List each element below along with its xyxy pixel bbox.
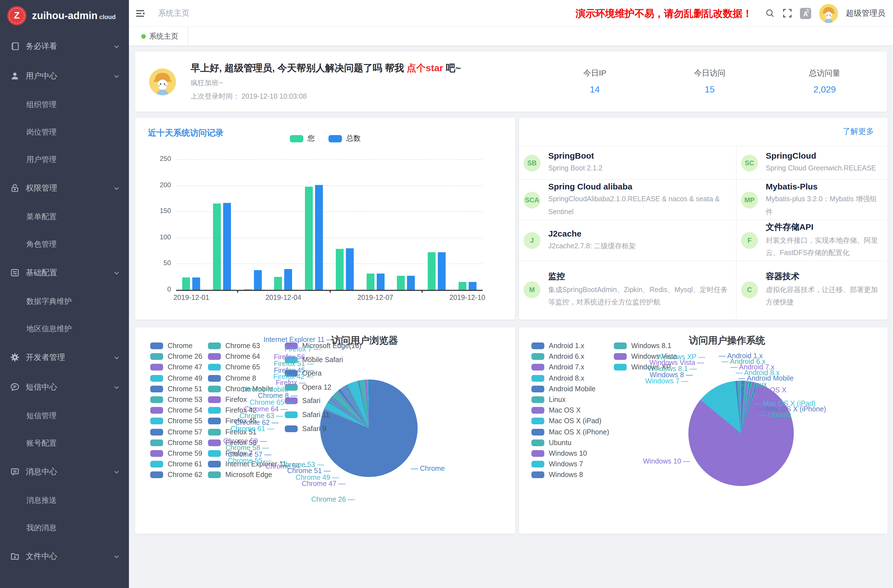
legend-item[interactable]: Chrome 54 bbox=[150, 406, 202, 414]
legend-swatch bbox=[531, 353, 544, 360]
legend-item[interactable]: Chrome 58 bbox=[150, 439, 202, 447]
sidebar-item-7[interactable]: 角色管理 bbox=[0, 230, 129, 258]
sidebar-item-2[interactable]: 组织管理 bbox=[0, 91, 129, 118]
legend-item[interactable]: Android Mobile bbox=[531, 385, 595, 393]
legend-item[interactable]: Windows 10 bbox=[531, 450, 587, 457]
legend-item[interactable]: Ubuntu bbox=[531, 439, 571, 447]
chevron-down-icon bbox=[113, 269, 120, 276]
sidebar-item-13[interactable]: 短信管理 bbox=[0, 402, 129, 429]
legend-swatch bbox=[208, 429, 221, 435]
legend-item[interactable]: Chrome 8 bbox=[208, 374, 256, 382]
legend-item[interactable]: Safari 11 bbox=[285, 411, 329, 419]
legend-item[interactable]: Android 7.x bbox=[531, 364, 584, 371]
sidebar-item-14[interactable]: 账号配置 bbox=[0, 429, 129, 457]
os-chart-title: 访问用户操作系统 bbox=[689, 334, 765, 347]
sidebar-item-9[interactable]: 数据字典维护 bbox=[0, 287, 129, 315]
legend-swatch bbox=[614, 364, 627, 371]
sidebar-item-0[interactable]: 务必详看 bbox=[0, 32, 129, 61]
sidebar-item-label: 菜单配置 bbox=[26, 212, 120, 222]
tech-avatar: MP bbox=[741, 191, 758, 208]
sidebar-item-6[interactable]: 菜单配置 bbox=[0, 203, 129, 230]
y-axis-label: 0 bbox=[146, 285, 171, 293]
legend-item[interactable]: Chrome 65 bbox=[208, 364, 260, 371]
legend-swatch bbox=[150, 439, 163, 446]
sidebar-item-label: 地区信息维护 bbox=[26, 324, 120, 334]
legend-item[interactable]: Chrome 47 bbox=[150, 364, 202, 371]
learn-more-link[interactable]: 了解更多 bbox=[843, 127, 874, 137]
bar bbox=[376, 274, 384, 290]
sms-icon bbox=[10, 382, 20, 392]
font-size-icon[interactable]: A文 bbox=[800, 8, 811, 19]
legend-item[interactable]: Android 1.x bbox=[531, 342, 584, 350]
legend-item[interactable]: Mac OS X (iPad) bbox=[531, 417, 601, 425]
legend-item[interactable]: Windows 7 bbox=[531, 460, 583, 468]
tech-avatar: J bbox=[523, 232, 540, 249]
legend-item[interactable]: Chrome 55 bbox=[150, 417, 202, 425]
avatar[interactable] bbox=[819, 4, 838, 23]
breadcrumb[interactable]: 系统主页 bbox=[158, 8, 189, 18]
tech-avatar: SCA bbox=[523, 191, 540, 208]
username[interactable]: 超级管理员 bbox=[846, 8, 885, 18]
sidebar-item-label: 开发者管理 bbox=[26, 352, 113, 362]
legend-swatch bbox=[531, 375, 544, 382]
legend-item[interactable]: Windows 8 bbox=[531, 471, 583, 479]
sidebar-item-12[interactable]: 短信中心 bbox=[0, 372, 129, 402]
legend-item[interactable]: Microsoft Edge bbox=[208, 471, 272, 479]
legend-item[interactable]: Chrome bbox=[150, 342, 192, 350]
legend-item[interactable]: Linux bbox=[531, 396, 565, 404]
sidebar-item-1[interactable]: 用户中心 bbox=[0, 61, 129, 91]
bar bbox=[336, 249, 344, 290]
x-axis-label: 2019-12-01 bbox=[158, 294, 225, 302]
legend-item[interactable]: Safari 9 bbox=[285, 425, 326, 432]
sidebar-item-10[interactable]: 地区信息维护 bbox=[0, 315, 129, 343]
sidebar-item-5[interactable]: 权限管理 bbox=[0, 173, 129, 203]
legend-item[interactable]: Chrome 62 bbox=[150, 471, 202, 479]
legend-item[interactable]: Chrome 26 bbox=[150, 353, 202, 361]
legend-swatch bbox=[150, 386, 163, 393]
sidebar-item-4[interactable]: 用户管理 bbox=[0, 146, 129, 173]
bar bbox=[284, 269, 292, 290]
tab-home[interactable]: 系统主页 bbox=[135, 27, 188, 45]
sidebar-item-label: 我的消息 bbox=[26, 523, 120, 533]
search-icon[interactable] bbox=[765, 8, 775, 18]
star-link[interactable]: 点个star bbox=[407, 63, 443, 74]
legend-swatch bbox=[208, 450, 221, 457]
legend-item[interactable]: Chrome 61 bbox=[150, 460, 202, 468]
legend-item[interactable]: Chrome 51 bbox=[150, 385, 202, 393]
tech-avatar: SC bbox=[741, 155, 758, 171]
sidebar-item-15[interactable]: 消息中心 bbox=[0, 457, 129, 487]
sidebar-item-16[interactable]: 消息推送 bbox=[0, 487, 129, 514]
legend-item[interactable]: Windows 8.1 bbox=[614, 342, 671, 350]
notebook-icon bbox=[10, 42, 20, 51]
sidebar-item-11[interactable]: 开发者管理 bbox=[0, 343, 129, 372]
sidebar-item-18[interactable]: 文件中心 bbox=[0, 541, 129, 571]
sidebar-item-3[interactable]: 岗位管理 bbox=[0, 118, 129, 146]
fullscreen-icon[interactable] bbox=[783, 8, 792, 18]
legend-item[interactable]: Android 6.x bbox=[531, 353, 584, 361]
legend-item[interactable]: 您 bbox=[290, 134, 315, 143]
legend-item[interactable]: Firefox bbox=[208, 396, 247, 404]
legend-item[interactable]: 总数 bbox=[328, 134, 361, 143]
legend-item[interactable]: Android 8.x bbox=[531, 374, 584, 382]
legend-swatch bbox=[531, 364, 544, 371]
tech-card-title: 容器技术 bbox=[766, 271, 881, 282]
legend-swatch bbox=[290, 135, 303, 142]
legend-item[interactable]: Chrome 57 bbox=[150, 428, 202, 436]
sliders-icon bbox=[10, 268, 20, 277]
legend-item[interactable]: Chrome 49 bbox=[150, 374, 202, 382]
legend-swatch bbox=[531, 429, 544, 435]
chevron-down-icon bbox=[113, 468, 120, 475]
legend-item[interactable]: Chrome 63 bbox=[208, 342, 260, 350]
legend-item[interactable]: Chrome 53 bbox=[150, 396, 202, 404]
legend-item[interactable]: Chrome 64 bbox=[208, 353, 260, 361]
legend-item[interactable]: Chrome 59 bbox=[150, 450, 202, 457]
legend-item[interactable]: Mac OS X (iPhone) bbox=[531, 428, 609, 436]
sidebar-item-8[interactable]: 基础配置 bbox=[0, 258, 129, 287]
stat-total-visits: 总访问量2,029 bbox=[780, 51, 869, 111]
sidebar-item-17[interactable]: 我的消息 bbox=[0, 514, 129, 541]
legend-item[interactable]: Mac OS X bbox=[531, 406, 581, 414]
legend-swatch bbox=[150, 407, 163, 414]
legend-swatch bbox=[328, 135, 342, 142]
menu-fold-icon[interactable] bbox=[135, 8, 145, 18]
legend-swatch bbox=[150, 396, 163, 403]
